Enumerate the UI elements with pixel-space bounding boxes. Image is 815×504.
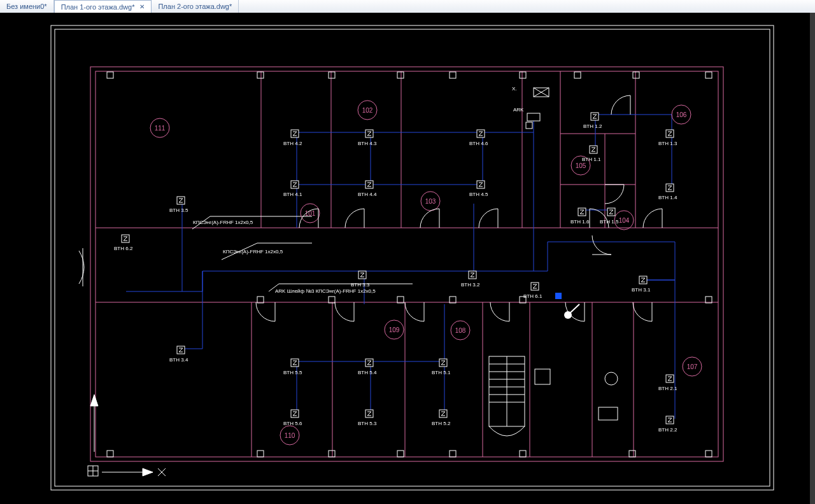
detector: BTH 2.2: [658, 416, 677, 433]
detector-tag: BTH 4.1: [283, 192, 302, 197]
svg-rect-43: [705, 451, 712, 457]
detector-tag: BTH 2.1: [658, 386, 677, 391]
detector-tag: BTH 4.6: [469, 141, 488, 146]
svg-rect-28: [257, 72, 264, 78]
ark-panel: ARK X.: [512, 86, 549, 129]
detector-tag: BTH 1.3: [658, 141, 677, 146]
detector: BTH 3.3: [351, 271, 370, 288]
close-icon[interactable]: ✕: [139, 4, 145, 10]
svg-rect-41: [520, 451, 526, 457]
svg-rect-33: [574, 72, 581, 78]
room-id: 111: [155, 125, 166, 132]
detector: BTH 1.4: [658, 184, 677, 200]
outer-wall-inner: [96, 71, 718, 457]
ark-label: ARK: [513, 107, 524, 113]
walls-bot: [252, 302, 634, 457]
tab-strip: Без имени0* План 1-ого этажа.dwg* ✕ План…: [0, 0, 815, 13]
detector: BTH 2.1: [658, 375, 677, 391]
detector: BTH 4.5: [469, 181, 488, 197]
cable-note-1: КПСЭнг(A)-FRHF 1x2x0,5: [193, 220, 253, 225]
vertical-scrollbar[interactable]: [810, 13, 815, 504]
detector: BTH 3.5: [169, 197, 188, 213]
svg-rect-26: [599, 407, 618, 420]
detector: BTH 5.3: [358, 410, 377, 426]
room-id: 102: [362, 107, 373, 114]
pillars: [107, 72, 712, 457]
detector-tag: BTH 5.4: [358, 370, 377, 375]
detector-tag: BTH 3.4: [169, 357, 188, 363]
svg-rect-39: [397, 451, 404, 457]
detector-tag: BTH 3.3: [351, 282, 370, 288]
svg-rect-27: [107, 72, 113, 78]
room-labels: 101102103104105106107108109110111: [150, 101, 702, 445]
svg-rect-38: [329, 451, 335, 457]
svg-rect-62: [527, 113, 540, 121]
svg-rect-34: [633, 72, 639, 78]
tab-plan2[interactable]: План 2-ого этажа.dwg*: [152, 0, 239, 13]
room-id: 106: [676, 111, 687, 118]
detector-tag: BTH 6.2: [114, 246, 133, 251]
detector-tag: BTH 5.2: [432, 421, 451, 426]
detector-tag: BTH 4.5: [469, 192, 488, 197]
room-id: 105: [576, 162, 586, 169]
loop-note: ARK Шлейф №3 КПСЭнг(A)-FRHF 1x2x0,5: [275, 288, 376, 294]
detector-tag: BTH 5.1: [432, 370, 451, 375]
svg-line-66: [568, 304, 579, 315]
detector: BTH 1.2: [583, 113, 602, 129]
tab-label: План 2-ого этажа.dwg*: [158, 3, 232, 10]
detector-tag: BTH 2.2: [658, 427, 677, 433]
drawing-canvas[interactable]: ARK X. КПСЭнг(A)-FRHF 1x2x0,5 КПСЭнг(A)-…: [0, 13, 815, 504]
detector-tag: BTH 1.1: [582, 157, 601, 162]
detector-tag: BTH 3.1: [632, 287, 651, 293]
tab-plan1[interactable]: План 1-ого этажа.dwg* ✕: [54, 0, 152, 13]
detector: BTH 1.5: [600, 208, 619, 225]
room-id: 109: [389, 326, 400, 333]
svg-rect-40: [450, 451, 456, 457]
detector: BTH 4.1: [283, 181, 302, 197]
detector: BTH 6.2: [114, 235, 133, 251]
detector-tag: BTH 4.4: [358, 192, 377, 197]
title-frame: [51, 25, 774, 490]
tab-label: План 1-ого этажа.dwg*: [61, 3, 135, 11]
detector: BTH 1.6: [570, 208, 590, 225]
svg-rect-42: [629, 451, 635, 457]
room-id: 103: [425, 198, 436, 205]
grip-edit-icon: [555, 293, 579, 319]
svg-point-25: [605, 372, 618, 385]
detector: BTH 3.1: [632, 276, 651, 293]
detector: BTH 6.1: [523, 283, 542, 299]
svg-rect-24: [535, 369, 550, 384]
floorplan-svg: ARK X. КПСЭнг(A)-FRHF 1x2x0,5 КПСЭнг(A)-…: [0, 13, 815, 504]
doors: [256, 95, 662, 321]
tab-label: Без имени0*: [6, 3, 47, 10]
svg-rect-36: [107, 451, 113, 457]
detector-tag: BTH 5.6: [283, 421, 302, 426]
outer-wall: [90, 67, 723, 461]
detector-tag: BTH 1.4: [658, 195, 677, 200]
svg-rect-30: [397, 72, 404, 78]
detector-tag: BTH 1.2: [583, 123, 602, 129]
cable-note-2: КПСЭнг(A)-FRHF 1x2x0,5: [223, 249, 283, 255]
svg-rect-64: [555, 293, 562, 299]
x-label: X.: [512, 86, 517, 92]
detector-tag: BTH 6.1: [523, 293, 542, 299]
detector-tag: BTH 5.5: [283, 370, 302, 375]
svg-rect-35: [705, 72, 712, 78]
detector-tag: BTH 1.5: [600, 219, 619, 225]
svg-rect-32: [520, 72, 526, 78]
detector-tag: BTH 4.2: [283, 141, 302, 146]
svg-rect-37: [257, 451, 264, 457]
entrance: [79, 248, 84, 286]
detector: BTH 5.2: [432, 410, 451, 426]
staircase: [489, 356, 525, 436]
detector: BTH 1.3: [658, 130, 677, 146]
north-arrow-icon: [90, 395, 98, 452]
detector: BTH 5.6: [283, 410, 302, 426]
room-id: 104: [619, 217, 630, 224]
walls-top: [261, 71, 635, 228]
devices: BTH 1.1BTH 1.2BTH 1.3BTH 1.4BTH 1.5BTH 1…: [114, 113, 677, 433]
svg-rect-29: [329, 72, 335, 78]
detector-tag: BTH 3.2: [461, 282, 480, 288]
tab-unnamed[interactable]: Без имени0*: [0, 0, 54, 13]
detector-tag: BTH 1.6: [570, 219, 590, 225]
